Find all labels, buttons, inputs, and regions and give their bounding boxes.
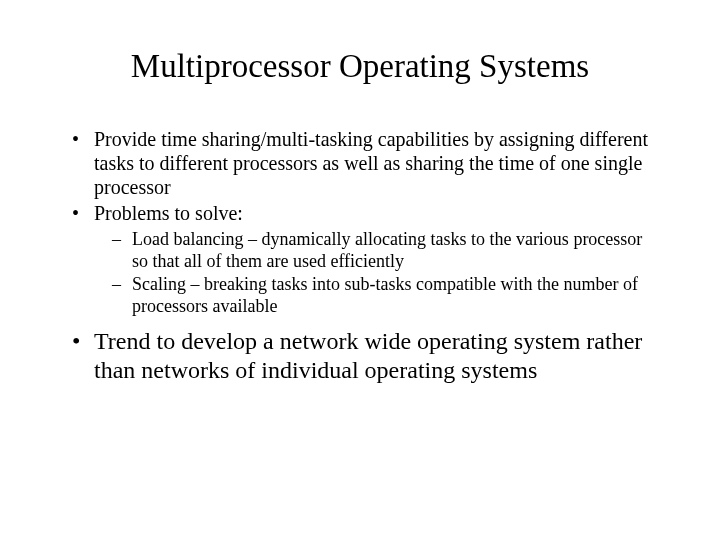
slide-title: Multiprocessor Operating Systems: [58, 48, 662, 85]
bullet-item: Trend to develop a network wide operatin…: [88, 327, 662, 384]
bullet-item: Provide time sharing/multi-tasking capab…: [88, 127, 662, 199]
sub-bullet-item: Load balancing – dynamically allocating …: [128, 229, 662, 272]
bullet-text: Problems to solve:: [94, 202, 243, 224]
bullet-item: Problems to solve: Load balancing – dyna…: [88, 201, 662, 317]
sub-bullet-list: Load balancing – dynamically allocating …: [94, 229, 662, 317]
slide: Multiprocessor Operating Systems Provide…: [0, 0, 720, 540]
bullet-list: Provide time sharing/multi-tasking capab…: [58, 127, 662, 384]
sub-bullet-item: Scaling – breaking tasks into sub-tasks …: [128, 274, 662, 317]
